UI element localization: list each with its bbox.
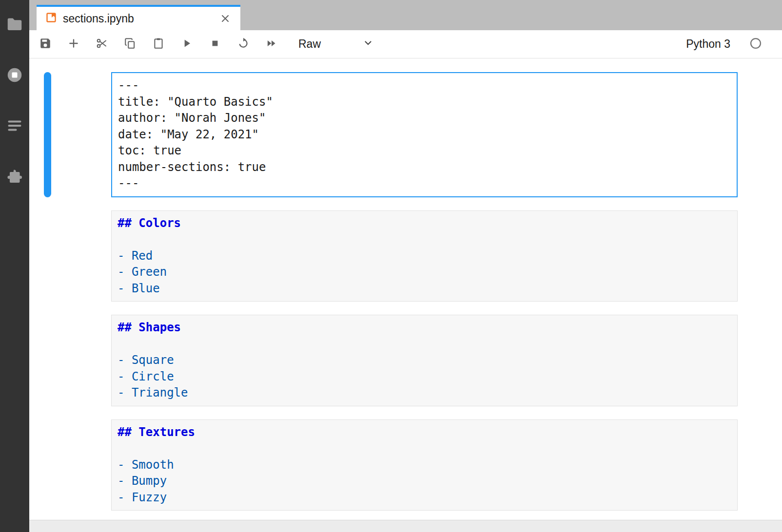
md-list-line: - Circle (117, 369, 731, 385)
cell-collapser[interactable] (44, 419, 51, 511)
cell-row: --- title: "Quarto Basics" author: "Nora… (29, 72, 782, 197)
markdown-cell-colors[interactable]: ## Colors - Red - Green - Blue (111, 210, 738, 302)
copy-cells-button[interactable] (121, 35, 139, 54)
save-button[interactable] (36, 35, 55, 54)
jupyterlab-window: sections.ipynb (0, 0, 782, 532)
kernel-status-icon[interactable] (749, 37, 762, 52)
code-line: toc: true (118, 143, 731, 159)
activity-sidebar (0, 0, 29, 532)
blank-line (117, 336, 731, 353)
code-line: number-sections: true (118, 159, 731, 176)
md-list-line: - Fuzzy (117, 490, 731, 506)
markdown-cell-textures[interactable]: ## Textures - Smooth - Bumpy - Fuzzy (111, 419, 738, 511)
code-line: title: "Quarto Basics" (118, 94, 731, 111)
code-line: date: "May 22, 2021" (118, 127, 731, 143)
table-of-contents-icon (6, 117, 23, 136)
code-line: author: "Norah Jones" (118, 110, 731, 127)
md-list-line: - Bumpy (117, 473, 731, 490)
copy-icon (124, 37, 137, 51)
md-list-line: - Green (117, 264, 731, 281)
plus-icon (67, 37, 80, 51)
cell-type-value: Raw (298, 38, 321, 51)
play-icon (180, 37, 193, 51)
extensions-tab[interactable] (5, 168, 24, 186)
running-kernels-icon (6, 66, 23, 85)
scissors-icon (96, 37, 108, 51)
insert-cell-button[interactable] (64, 35, 83, 54)
table-of-contents-tab[interactable] (5, 117, 24, 135)
run-cell-button[interactable] (177, 35, 196, 54)
md-list-line: - Smooth (117, 457, 731, 474)
cell-collapser[interactable] (44, 210, 51, 302)
md-list-line: - Blue (117, 281, 731, 297)
markdown-cell-shapes[interactable]: ## Shapes - Square - Circle - Triangle (111, 315, 738, 406)
notebook-area: --- title: "Quarto Basics" author: "Nora… (29, 58, 782, 520)
cell-row: ## Colors - Red - Green - Blue (29, 210, 782, 302)
cell-collapser[interactable] (44, 72, 51, 197)
interrupt-kernel-button[interactable] (206, 35, 224, 54)
notebook-icon (45, 12, 57, 25)
md-header-line: ## Textures (117, 424, 731, 441)
tab-sections-ipynb[interactable]: sections.ipynb (37, 5, 240, 30)
restart-icon (237, 37, 250, 51)
cut-cells-button[interactable] (93, 35, 111, 54)
restart-run-all-button[interactable] (262, 35, 281, 54)
folder-icon (6, 16, 23, 35)
chevron-down-icon (362, 37, 374, 52)
md-list-line: - Red (117, 248, 731, 265)
cell-collapser[interactable] (44, 315, 51, 406)
kernel-name[interactable]: Python 3 (686, 38, 730, 51)
restart-kernel-button[interactable] (234, 35, 253, 54)
raw-cell-frontmatter[interactable]: --- title: "Quarto Basics" author: "Nora… (111, 72, 738, 197)
md-list-line: - Square (117, 352, 731, 369)
code-line: --- (118, 175, 731, 192)
status-bar (29, 520, 782, 532)
cell-row: ## Textures - Smooth - Bumpy - Fuzzy (29, 419, 782, 511)
clipboard-icon (152, 37, 165, 51)
fast-forward-icon (265, 37, 278, 51)
save-icon (39, 37, 52, 51)
extensions-icon (6, 168, 23, 187)
stop-icon (209, 37, 221, 51)
close-icon[interactable] (218, 11, 233, 26)
tab-title: sections.ipynb (63, 12, 212, 25)
blank-line (117, 231, 731, 248)
dock-tab-bar: sections.ipynb (29, 0, 782, 30)
md-header-line: ## Shapes (117, 320, 731, 336)
cell-row: ## Shapes - Square - Circle - Triangle (29, 315, 782, 406)
running-kernels-tab[interactable] (5, 66, 24, 85)
md-list-line: - Triangle (117, 385, 731, 401)
file-browser-tab[interactable] (5, 16, 24, 34)
cell-type-dropdown[interactable]: Raw (298, 37, 374, 52)
code-line: --- (118, 77, 731, 94)
paste-cells-button[interactable] (149, 35, 168, 54)
md-header-line: ## Colors (117, 215, 731, 232)
blank-line (117, 440, 731, 457)
notebook-toolbar: Raw Python 3 (29, 30, 782, 58)
